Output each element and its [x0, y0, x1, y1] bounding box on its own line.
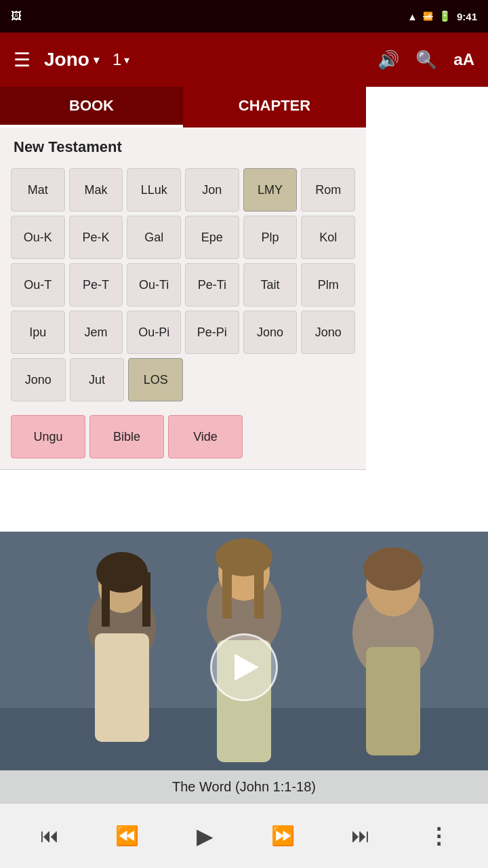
- svg-rect-11: [222, 557, 232, 618]
- book-jono-3[interactable]: Jono: [11, 358, 66, 401]
- book-lluk[interactable]: LLuk: [127, 168, 181, 212]
- video-area: [0, 532, 488, 803]
- menu-icon[interactable]: ☰: [14, 49, 30, 71]
- book-ouk[interactable]: Ou-K: [11, 216, 65, 259]
- book-mak[interactable]: Mak: [69, 168, 123, 212]
- book-outi[interactable]: Ou-Ti: [127, 263, 181, 307]
- book-jut[interactable]: Jut: [70, 358, 125, 401]
- video-caption: The Word (John 1:1-18): [0, 770, 488, 803]
- book-kol[interactable]: Kol: [301, 216, 355, 259]
- book-out[interactable]: Ou-T: [11, 263, 65, 307]
- tab-book[interactable]: BOOK: [0, 87, 183, 127]
- vide-button[interactable]: Vide: [168, 415, 243, 458]
- status-bar: 🖼 ▲ 📶 🔋 9:41: [0, 0, 488, 33]
- dropdown-panel: BOOK CHAPTER New Testament Mat Mak LLuk …: [0, 87, 366, 470]
- wifi-icon: ▲: [407, 11, 418, 22]
- fast-forward-button[interactable]: ⏩: [264, 817, 302, 855]
- book-empty-2: [245, 358, 298, 401]
- svg-rect-17: [366, 647, 420, 755]
- tab-chapter[interactable]: CHAPTER: [183, 87, 366, 127]
- grid-row-1: Mat Mak LLuk Jon LMY Rom: [11, 168, 355, 212]
- toolbar: ☰ Jono ▾ 1 ▾ 🔊 🔍 aA: [0, 33, 488, 87]
- ungu-button[interactable]: Ungu: [11, 415, 85, 458]
- book-jono-2[interactable]: Jono: [301, 311, 355, 354]
- book-tait[interactable]: Tait: [243, 263, 298, 307]
- book-empty-3: [302, 358, 355, 401]
- action-buttons-row: Ungu Bible Vide: [0, 412, 366, 469]
- book-los[interactable]: LOS: [128, 358, 183, 401]
- book-ipu[interactable]: Ipu: [11, 311, 65, 354]
- section-header: New Testament: [0, 127, 366, 163]
- book-plp[interactable]: Plp: [243, 216, 298, 259]
- volume-icon[interactable]: 🔊: [378, 50, 399, 71]
- book-peti[interactable]: Pe-Ti: [185, 263, 239, 307]
- video-placeholder: [0, 532, 488, 803]
- chapter-num: 1: [113, 50, 121, 69]
- book-lmy[interactable]: LMY: [243, 168, 298, 212]
- toolbar-right: 🔊 🔍 aA: [378, 50, 474, 71]
- status-bar-left: 🖼: [11, 10, 22, 22]
- book-jono-1[interactable]: Jono: [243, 311, 298, 354]
- font-size-icon[interactable]: aA: [453, 50, 474, 69]
- book-jem[interactable]: Jem: [69, 311, 123, 354]
- book-pet[interactable]: Pe-T: [69, 263, 123, 307]
- book-jon[interactable]: Jon: [185, 168, 239, 212]
- book-plm[interactable]: Plm: [301, 263, 355, 307]
- grid-row-3: Ou-T Pe-T Ou-Ti Pe-Ti Tait Plm: [11, 263, 355, 307]
- status-bar-right: ▲ 📶 🔋 9:41: [407, 10, 477, 22]
- book-empty-1: [187, 358, 241, 401]
- video-caption-text: The Word (John 1:1-18): [172, 779, 316, 795]
- battery-icon: 🔋: [439, 10, 451, 22]
- svg-rect-7: [95, 633, 149, 742]
- tab-bar: BOOK CHAPTER: [0, 87, 366, 127]
- books-grid: Mat Mak LLuk Jon LMY Rom Ou-K Pe-K Gal E…: [0, 163, 366, 412]
- signal-icon: 📶: [423, 12, 433, 21]
- book-pepi[interactable]: Pe-Pi: [185, 311, 239, 354]
- search-icon[interactable]: 🔍: [415, 50, 437, 71]
- bible-button[interactable]: Bible: [89, 415, 164, 458]
- time-display: 9:41: [457, 11, 477, 22]
- toolbar-left: ☰ Jono ▾ 1 ▾: [14, 49, 129, 71]
- photo-icon: 🖼: [11, 10, 22, 22]
- grid-row-5: Jono Jut LOS: [11, 358, 355, 401]
- video-play-button[interactable]: [210, 633, 278, 701]
- player-bar: ⏮ ⏪ ▶ ⏩ ⏭ ⋮: [0, 803, 488, 868]
- chapter-dropdown-arrow: ▾: [124, 54, 129, 66]
- chapter-selector[interactable]: 1 ▾: [113, 50, 129, 69]
- svg-point-16: [363, 547, 423, 591]
- grid-row-4: Ipu Jem Ou-Pi Pe-Pi Jono Jono: [11, 311, 355, 354]
- more-options-button[interactable]: ⋮: [420, 817, 458, 855]
- book-title: Jono: [44, 49, 89, 71]
- svg-rect-5: [102, 572, 110, 627]
- book-pek[interactable]: Pe-K: [69, 216, 123, 259]
- book-selector[interactable]: Jono ▾: [44, 49, 99, 71]
- book-oupi[interactable]: Ou-Pi: [127, 311, 181, 354]
- skip-to-end-button[interactable]: ⏭: [342, 817, 380, 855]
- book-epe[interactable]: Epe: [185, 216, 239, 259]
- rewind-button[interactable]: ⏪: [108, 817, 146, 855]
- svg-rect-12: [254, 557, 264, 618]
- book-rom[interactable]: Rom: [301, 168, 355, 212]
- svg-rect-6: [142, 572, 150, 627]
- play-pause-button[interactable]: ▶: [186, 817, 224, 855]
- book-mat[interactable]: Mat: [11, 168, 65, 212]
- book-dropdown-arrow: ▾: [94, 54, 99, 66]
- skip-to-start-button[interactable]: ⏮: [30, 817, 68, 855]
- grid-row-2: Ou-K Pe-K Gal Epe Plp Kol: [11, 216, 355, 259]
- play-triangle-icon: [235, 654, 259, 681]
- book-gal[interactable]: Gal: [127, 216, 181, 259]
